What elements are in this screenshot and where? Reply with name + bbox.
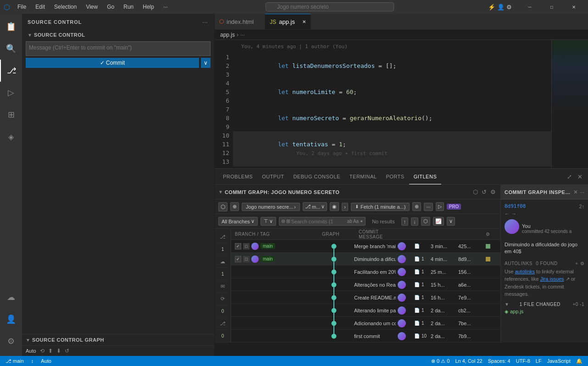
commit-row-5[interactable]: Alterando limite para 100 📄 1 2 da...: [231, 304, 500, 317]
cg-visibility-button[interactable]: ◉: [330, 202, 339, 211]
panel-tab-gitlens[interactable]: GITLENS: [409, 169, 442, 184]
cg-external-link-icon[interactable]: ⬡: [472, 188, 479, 196]
commit-row-1[interactable]: ✓ □ main: [231, 253, 500, 266]
sidebar-sync-icon[interactable]: ⟲: [40, 348, 44, 354]
menu-view[interactable]: View: [82, 3, 101, 11]
cg-chart-button[interactable]: 📈: [433, 217, 444, 226]
cg-search-case-icon[interactable]: ab: [347, 219, 352, 224]
commit-button[interactable]: ✓ Commit: [26, 58, 199, 68]
commit-row-6[interactable]: Adicionando um comentário no fin... 📄 1 …: [231, 317, 500, 330]
cg-filter-button[interactable]: ⊤ ∨: [261, 217, 276, 226]
cg-left-icon-stash[interactable]: ⟳: [215, 293, 231, 305]
activity-item-explorer[interactable]: 📋: [0, 16, 22, 38]
commit-row-3[interactable]: Alterações no Readme 📄 1 15 h...: [231, 278, 500, 291]
cg-all-branches-button[interactable]: All Branches ∨: [218, 217, 258, 226]
cg-arrow-right-button[interactable]: ›: [342, 203, 348, 211]
activity-item-settings[interactable]: ⚙: [0, 330, 22, 352]
tab-app-js-close[interactable]: ✕: [302, 19, 306, 24]
activity-item-accounts[interactable]: 👤: [0, 308, 22, 330]
remote-icon[interactable]: ⚡: [488, 4, 495, 11]
source-control-section-header[interactable]: ▼ SOURCE CONTROL: [26, 30, 211, 39]
panel-maximize-button[interactable]: ⤢: [565, 172, 574, 181]
activity-item-source-control[interactable]: ⎇: [0, 60, 22, 82]
panel-close-button[interactable]: ✕: [576, 172, 584, 181]
cg-fetch-button[interactable]: ⬇ Fetch (1 minute a...): [351, 203, 410, 211]
breadcrumb-more[interactable]: ···: [240, 32, 245, 38]
ci-jira-link[interactable]: Jira issues: [540, 276, 564, 282]
cg-scroll-up-button[interactable]: ↑: [401, 217, 409, 226]
menu-edit[interactable]: Edit: [32, 3, 49, 11]
menu-selection[interactable]: Selection: [50, 3, 80, 11]
status-sync[interactable]: ↕: [29, 358, 36, 364]
account-icon[interactable]: 👤: [497, 4, 505, 11]
cg-branch-button[interactable]: ⎇ m... ∨: [303, 202, 327, 211]
expand-icon[interactable]: ▼: [218, 189, 223, 194]
cg-search-input[interactable]: [291, 219, 346, 224]
cg-last-btn[interactable]: ∨: [447, 217, 455, 226]
cg-left-icon-mail[interactable]: ✉: [215, 280, 231, 293]
panel-tab-debug-console[interactable]: DEBUG CONSOLE: [288, 169, 344, 184]
commit-message-input[interactable]: [26, 41, 211, 56]
ci-expand-icon[interactable]: ▼: [505, 302, 509, 307]
menu-run[interactable]: Run: [120, 3, 137, 11]
ci-autolinks-settings-icon[interactable]: ⚙: [580, 261, 585, 266]
maximize-button[interactable]: □: [541, 0, 562, 14]
status-branch-name[interactable]: Auto: [39, 358, 53, 364]
cg-remote-button[interactable]: ⊕: [230, 202, 239, 211]
status-line-ending[interactable]: LF: [534, 358, 544, 364]
cg-play-button[interactable]: ▷: [436, 202, 444, 211]
status-encoding[interactable]: UTF-8: [514, 358, 532, 364]
status-language[interactable]: JavaScript: [545, 358, 572, 364]
check-icon-1[interactable]: ✓: [235, 256, 241, 262]
code-editor[interactable]: You, 4 minutes ago | 1 author (You) 1 2 …: [215, 40, 588, 168]
breadcrumb-file[interactable]: app.js: [220, 32, 235, 38]
cg-more-button[interactable]: ···: [424, 203, 433, 211]
cg-github-button[interactable]: ⬡: [218, 202, 227, 211]
activity-item-remote[interactable]: ☁: [0, 286, 22, 308]
sidebar-stash-icon[interactable]: ⬆: [48, 348, 53, 354]
panel-tab-problems[interactable]: PROBLEMS: [218, 169, 257, 184]
cg-search-options-icon[interactable]: ✦: [360, 219, 363, 224]
cg-add-remote-button[interactable]: ⊕: [412, 202, 421, 211]
tab-app-js[interactable]: JS app.js ✕: [265, 14, 311, 29]
commit-row-4[interactable]: Create README.md 📄 1 16 h...: [231, 291, 500, 304]
commit-row-2[interactable]: Facilitando em 20% o jogo 📄 1 25 m...: [231, 266, 500, 278]
activity-item-search[interactable]: 🔍: [0, 38, 22, 60]
ci-right-arrow[interactable]: →: [511, 211, 516, 216]
col-settings[interactable]: ⚙: [484, 232, 499, 237]
titlebar-search-input[interactable]: [266, 2, 394, 11]
ci-autolinks-add-icon[interactable]: +: [575, 261, 578, 266]
ci-left-arrow[interactable]: ←: [505, 211, 510, 216]
check-icon-0[interactable]: ✓: [235, 243, 241, 250]
sidebar-auto-label[interactable]: Auto: [26, 348, 36, 354]
cg-repo-button[interactable]: Jogo numero secre... ›: [242, 203, 300, 211]
ci-file-name[interactable]: app.js: [510, 309, 523, 314]
commit-row-7[interactable]: first commit 📄 10 2 da...: [231, 330, 500, 343]
commit-graph-table[interactable]: BRANCH / TAG GRAPH COMMIT MESSAGE ⚙: [231, 229, 500, 343]
status-notifications[interactable]: 🔔: [574, 358, 584, 364]
sidebar-refresh-icon[interactable]: ↺: [65, 348, 69, 354]
status-ln-col[interactable]: Ln 4, Col 22: [453, 358, 484, 364]
cg-settings-icon[interactable]: ⚙: [489, 188, 497, 196]
menu-file[interactable]: File: [14, 3, 30, 11]
cg-search-regex-icon[interactable]: Aa: [353, 219, 359, 224]
ci-autolinks-link[interactable]: autolinks: [515, 269, 535, 274]
cg-open-results-button[interactable]: ⬡: [421, 217, 430, 226]
ci-close-icon[interactable]: ✕: [573, 189, 578, 195]
close-button[interactable]: ✕: [563, 0, 584, 14]
minimize-button[interactable]: ─: [519, 0, 540, 14]
commit-row-0[interactable]: ✓ □ main: [231, 240, 500, 253]
cg-left-icon-1[interactable]: ⎇: [215, 231, 231, 243]
cg-left-icon-merge[interactable]: ⎇: [215, 318, 231, 330]
panel-tab-ports[interactable]: PORTS: [381, 169, 409, 184]
ci-more-icon[interactable]: ···: [580, 189, 584, 195]
activity-item-gitlens[interactable]: ◈: [0, 126, 22, 148]
cg-refresh-icon[interactable]: ↺: [481, 188, 488, 196]
status-branch[interactable]: ⎇ main: [4, 358, 26, 364]
tab-index-html[interactable]: ⬡ index.html ✕: [215, 14, 265, 29]
cg-left-icon-cloud[interactable]: ☁: [215, 255, 231, 268]
status-errors[interactable]: ⊗ 0 ⚠ 0: [429, 358, 451, 364]
menu-go[interactable]: Go: [103, 3, 118, 11]
menu-more[interactable]: ···: [160, 3, 172, 11]
menu-help[interactable]: Help: [139, 3, 158, 11]
